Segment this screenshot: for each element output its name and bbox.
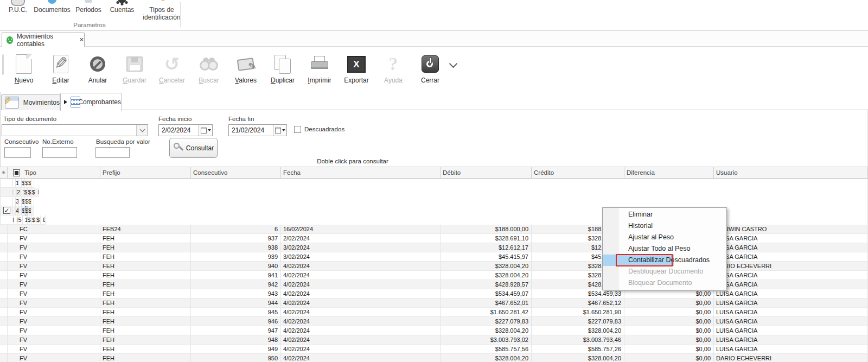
tipo-cell[interactable]: FV (8, 280, 100, 289)
credito-cell[interactable]: $3.003.793,46 (532, 335, 624, 345)
usuario-cell[interactable]: DARWIN CASTRO (35, 188, 39, 197)
date-picker-button[interactable] (273, 125, 286, 136)
table-row[interactable]: FV FEH 940 4/02/2024 $328.004,20 $328.00… (0, 262, 868, 271)
credito-cell[interactable]: $467.652,12 (532, 299, 624, 308)
diferencia-cell[interactable]: $0,00 (624, 345, 714, 354)
prefijo-cell[interactable]: FEH (100, 335, 191, 345)
debito-cell[interactable]: $328.004,20 (441, 271, 532, 280)
credito-cell[interactable]: $328.004,20 (532, 326, 624, 335)
usuario-cell[interactable]: LUISA GARCIA (714, 280, 868, 289)
prefijo-cell[interactable]: FEH (100, 243, 191, 252)
fecha-inicio-value[interactable]: 2/02/2024 (159, 126, 199, 134)
menu-item-historial[interactable]: Historial (603, 220, 667, 232)
table-row[interactable]: FV FEH 939 3/02/2024 $45.415,97 $45.415,… (0, 252, 868, 262)
table-row[interactable]: FC FEB24 1 13/02/2024 $294.150,00 $294.1… (0, 179, 29, 188)
diferencia-cell[interactable]: $0,00 (624, 299, 714, 308)
credito-cell[interactable]: $1.650.281,90 (532, 308, 624, 317)
chevron-down-icon[interactable] (449, 60, 458, 68)
consecutivo-cell[interactable]: 947 (191, 326, 281, 335)
fecha-cell[interactable]: 4/02/2024 (281, 289, 441, 299)
consecutivo-cell[interactable]: 941 (191, 271, 281, 280)
consecutivo-cell[interactable]: 942 (191, 280, 281, 289)
debito-cell[interactable]: $467.652,01 (441, 299, 532, 308)
usuario-cell[interactable]: DARWIN CASTRO (31, 197, 34, 206)
prefijo-cell[interactable]: FEH (100, 299, 191, 308)
table-row[interactable]: FC FEB24 6 16/02/2024 $188.000,00 $188.0… (0, 225, 868, 234)
diferencia-cell[interactable]: $0,00 (624, 354, 714, 362)
usuario-cell[interactable]: LUISA GARCIA (714, 289, 868, 299)
fecha-inicio-field[interactable]: 2/02/2024 (158, 124, 213, 136)
usuario-cell[interactable]: DARWIN CASTRO (31, 179, 34, 188)
consecutivo-cell[interactable]: 948 (191, 335, 281, 345)
column-header-consecutivo[interactable]: Consecutivo (191, 167, 281, 178)
column-header-usuario[interactable]: Usuario (714, 167, 868, 178)
close-icon[interactable]: ✕ (79, 36, 84, 43)
table-row[interactable]: FV FEH 943 4/02/2024 $534.459,07 $534.45… (0, 289, 868, 299)
toolbar-grip[interactable] (2, 54, 4, 75)
prefijo-cell[interactable]: FEH (100, 354, 191, 362)
date-picker-button[interactable] (199, 125, 212, 136)
toolbar-button-exportar[interactable]: Exportar (338, 52, 375, 91)
table-row[interactable]: FV FEH 948 4/02/2024 $3.003.793,02 $3.00… (0, 335, 868, 345)
usuario-cell[interactable]: LUISA GARCIA (714, 317, 868, 326)
table-row[interactable]: FV FEH 949 4/02/2024 $585.757,56 $585.75… (0, 345, 868, 354)
consecutivo-cell[interactable]: 943 (191, 289, 281, 299)
fecha-fin-field[interactable]: 21/02/2024 (228, 124, 287, 136)
fecha-cell[interactable]: 16/02/2024 (281, 225, 441, 234)
ribbon-item-p-u-c[interactable]: P.U.C. (3, 0, 33, 30)
diferencia-cell[interactable]: $0,00 (624, 289, 714, 299)
tipo-cell[interactable]: FV (8, 243, 100, 252)
usuario-cell[interactable]: LUISA GARCIA (714, 271, 868, 280)
consecutivo-cell[interactable]: 946 (191, 317, 281, 326)
consecutivo-cell[interactable]: 945 (191, 308, 281, 317)
consecutivo-cell[interactable]: 949 (191, 345, 281, 354)
table-row[interactable]: FV FEH 950 4/02/2024 $328.004,20 $328.00… (0, 354, 868, 362)
no-externo-input[interactable] (42, 147, 77, 158)
row-checkbox[interactable] (3, 207, 10, 214)
usuario-cell[interactable]: LUISA GARCIA (714, 308, 868, 317)
toolbar-button-duplicar[interactable]: Duplicar (264, 52, 301, 91)
tab-movimientos[interactable]: Movimientos (1, 94, 60, 110)
diferencia-cell[interactable]: $0,00 (36, 215, 41, 225)
debito-cell[interactable]: $12.450,00 (28, 215, 32, 225)
tipo-cell[interactable]: FV (8, 335, 100, 345)
prefijo-cell[interactable]: FEB24 (14, 215, 18, 225)
consecutivo-cell[interactable]: 950 (191, 354, 281, 362)
prefijo-cell[interactable]: FEH (100, 234, 191, 243)
table-row[interactable]: FV FEH 947 4/02/2024 $328.004,20 $328.00… (0, 326, 868, 335)
prefijo-cell[interactable]: FEH (100, 280, 191, 289)
tipo-cell[interactable]: FV (8, 271, 100, 280)
tipo-cell[interactable]: FV (8, 252, 100, 262)
tipo-cell[interactable]: FV (8, 317, 100, 326)
tipo-cell[interactable]: FC (1, 206, 13, 215)
debito-cell[interactable]: $534.459,07 (441, 289, 532, 299)
column-header-prefijo[interactable]: Prefijo (100, 167, 191, 178)
diferencia-cell[interactable]: $0,00 (624, 308, 714, 317)
tab-movimientos-contables[interactable]: Movimientos contables ✕ (2, 33, 85, 47)
consultar-button[interactable]: Consultar (169, 138, 218, 158)
usuario-cell[interactable]: LUISA GARCIA (714, 234, 868, 243)
tipo-cell[interactable]: FC (8, 225, 100, 234)
prefijo-cell[interactable]: FEH (100, 326, 191, 335)
diferencia-cell[interactable]: $0,00 (624, 326, 714, 335)
ribbon-item-tipos-de-identificacion[interactable]: Tipos de identificación (139, 0, 184, 30)
credito-cell[interactable]: $534.459,33 (532, 289, 624, 299)
select-all-checkbox[interactable] (13, 169, 20, 176)
table-row[interactable]: FV FEH 945 4/02/2024 $1.650.281,42 $1.65… (0, 308, 868, 317)
table-row[interactable]: FC FEB24 3 13/02/2024 $26.000,00 $26.000… (0, 197, 34, 206)
table-row[interactable]: ▶ FC FEB24 4 14/02/2024 $261.800,00 $261… (0, 206, 34, 215)
debito-cell[interactable]: $585.757,56 (441, 345, 532, 354)
debito-cell[interactable]: $428.928,57 (441, 280, 532, 289)
menu-item-contabilizar-descuadrados[interactable]: Contabilizar Descuadrados (603, 255, 674, 266)
consecutivo-cell[interactable]: 940 (191, 262, 281, 271)
tipo-documento-combobox[interactable] (2, 124, 148, 136)
prefijo-cell[interactable]: FEH (100, 252, 191, 262)
debito-cell[interactable]: $1.650.281,42 (441, 308, 532, 317)
busqueda-por-valor-input[interactable] (95, 147, 130, 158)
tipo-cell[interactable]: FC (1, 215, 14, 225)
toolbar-button-cerrar[interactable]: Cerrar (412, 52, 449, 91)
fecha-cell[interactable]: 4/02/2024 (281, 354, 441, 362)
tab-comprobantes[interactable]: Comprobantes (60, 93, 122, 111)
usuario-cell[interactable]: DARWIN CASTRO (31, 206, 34, 215)
consecutivo-cell[interactable]: 2 (17, 188, 21, 197)
